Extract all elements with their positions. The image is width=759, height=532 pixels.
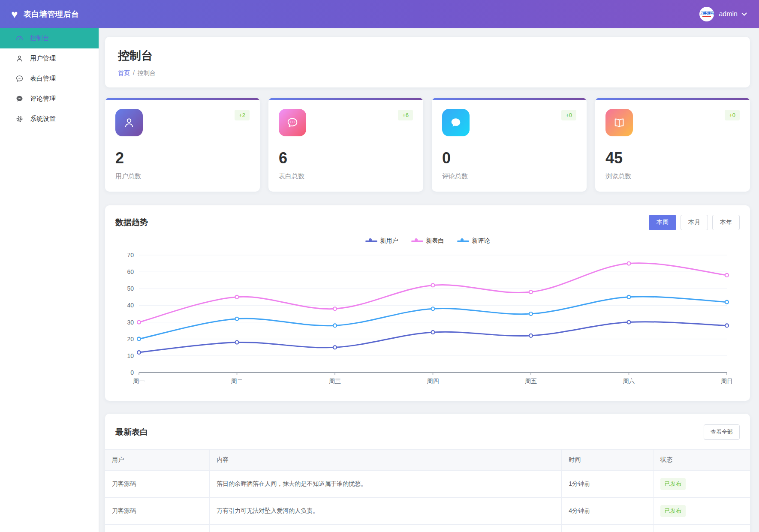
sidebar-item-comments[interactable]: 评论管理 [0,89,99,109]
cell-user: 刀客源码 [105,471,210,498]
main-content: 控制台 首页/控制台 +2 2 用户总数 +6 6 [99,28,759,532]
page-title: 控制台 [118,48,737,63]
legend-marker [411,238,423,244]
svg-text:50: 50 [127,285,134,292]
book-icon [605,109,633,136]
stat-cards: +2 2 用户总数 +6 6 表白总数 +0 0 评论总数 [105,98,750,192]
svg-text:周五: 周五 [525,378,537,385]
svg-text:70: 70 [127,252,134,258]
tab-this-month[interactable]: 本月 [681,215,708,230]
cell-time: 4分钟前 [562,525,654,532]
delta-badge: +2 [235,110,250,120]
svg-text:20: 20 [127,336,134,343]
latest-title: 最新表白 [115,427,148,438]
sidebar-item-settings[interactable]: 系统设置 [0,109,99,129]
cell-time: 4分钟前 [562,498,654,525]
svg-text:周日: 周日 [721,378,733,385]
col-user: 用户 [105,450,210,471]
table-row: 刀客源码 你在颓废的时候别人都在努力哦~? 4分钟前 已发布 [105,525,750,532]
card-accent-strip [105,98,260,100]
sidebar-item-users[interactable]: 用户管理 [0,48,99,69]
status-badge: 已发布 [660,478,686,490]
legend-marker [457,238,469,244]
stat-label: 浏览总数 [605,172,740,180]
card-accent-strip [432,98,587,100]
avatar: 刀客源码 [699,7,714,21]
card-accent-strip [268,98,423,100]
cell-content: 落日的余晖洒落在人间，抹去的是不知道属于谁的忧愁。 [210,471,562,498]
sidebar-item-dashboard[interactable]: 控制台 [0,28,99,48]
svg-text:周六: 周六 [623,378,635,385]
stat-value: 45 [605,149,740,167]
stat-value: 6 [279,149,413,167]
cell-status: 已发布 [653,498,750,525]
stat-label: 用户总数 [115,172,250,180]
chat-bubble-icon [279,109,306,136]
stat-card-views: +0 45 浏览总数 [595,98,750,192]
col-content: 内容 [210,450,562,471]
stat-value: 0 [442,149,576,167]
sidebar-item-confessions[interactable]: 表白管理 [0,69,99,89]
cell-status: 已发布 [653,525,750,532]
col-time: 时间 [562,450,654,471]
breadcrumb-current: 控制台 [138,69,156,76]
latest-confessions-card: 最新表白 查看全部 用户 内容 时间 状态 刀客源码 落日的余晖洒落在人间 [105,414,750,532]
delta-badge: +6 [398,110,413,120]
comment-icon [15,95,24,103]
trend-range-tabs: 本周 本月 本年 [649,215,740,230]
chat-bubble-icon [15,75,24,83]
user-menu[interactable]: 刀客源码 admin [699,7,746,21]
stat-card-comments: +0 0 评论总数 [432,98,587,192]
heart-logo-icon: ♥ [11,9,18,20]
users-icon [115,109,143,136]
delta-badge: +0 [725,110,740,120]
cell-time: 1分钟前 [562,471,654,498]
stat-label: 评论总数 [442,172,576,180]
table-row: 刀客源码 落日的余晖洒落在人间，抹去的是不知道属于谁的忧愁。 1分钟前 已发布 [105,471,750,498]
latest-confessions-table: 用户 内容 时间 状态 刀客源码 落日的余晖洒落在人间，抹去的是不知道属于谁的忧… [105,449,750,532]
cell-status: 已发布 [653,471,750,498]
svg-text:周三: 周三 [329,378,341,385]
tab-this-year[interactable]: 本年 [712,215,740,230]
legend-item-new-confessions[interactable]: 新表白 [411,237,444,245]
sidebar: 控制台 用户管理 表白管理 评论管理 系统设置 [0,28,99,532]
comment-icon [442,109,470,136]
svg-text:40: 40 [127,302,134,309]
stat-label: 表白总数 [279,172,413,180]
app-title: 表白墙管理后台 [24,9,79,19]
legend-marker [365,238,377,244]
legend-item-new-users[interactable]: 新用户 [365,237,398,245]
svg-text:10: 10 [127,352,134,359]
svg-text:0: 0 [130,369,134,376]
table-header-row: 用户 内容 时间 状态 [105,450,750,471]
svg-text:30: 30 [127,319,134,326]
trend-title: 数据趋势 [115,217,148,228]
chart-legend: 新用户 新表白 新评论 [115,237,740,245]
username: admin [719,10,738,18]
view-all-button[interactable]: 查看全部 [704,424,740,440]
stat-card-confessions: +6 6 表白总数 [268,98,423,192]
col-status: 状态 [653,450,750,471]
cell-user: 刀客源码 [105,525,210,532]
cell-content: 万有引力可无法对坠入爱河的人负责。 [210,498,562,525]
legend-item-new-comments[interactable]: 新评论 [457,237,490,245]
cell-user: 刀客源码 [105,498,210,525]
page-header-card: 控制台 首页/控制台 [105,37,750,87]
users-icon [15,54,24,63]
trend-line-chart: 010203040506070周一周二周三周四周五周六周日 [115,250,740,392]
chevron-down-icon [741,10,747,16]
dashboard-icon [15,34,24,42]
trend-card: 数据趋势 本周 本月 本年 新用户 新表白 新评论 [105,205,750,401]
app-brand: ♥ 表白墙管理后台 [11,9,79,20]
tab-this-week[interactable]: 本周 [649,215,676,230]
stat-card-users: +2 2 用户总数 [105,98,260,192]
table-row: 刀客源码 万有引力可无法对坠入爱河的人负责。 4分钟前 已发布 [105,498,750,525]
svg-text:60: 60 [127,268,134,275]
svg-text:周四: 周四 [427,378,439,385]
status-badge: 已发布 [660,505,686,517]
breadcrumb-home-link[interactable]: 首页 [118,69,130,76]
card-accent-strip [595,98,750,100]
cell-content: 你在颓废的时候别人都在努力哦~? [210,525,562,532]
delta-badge: +0 [561,110,576,120]
stat-value: 2 [115,149,250,167]
